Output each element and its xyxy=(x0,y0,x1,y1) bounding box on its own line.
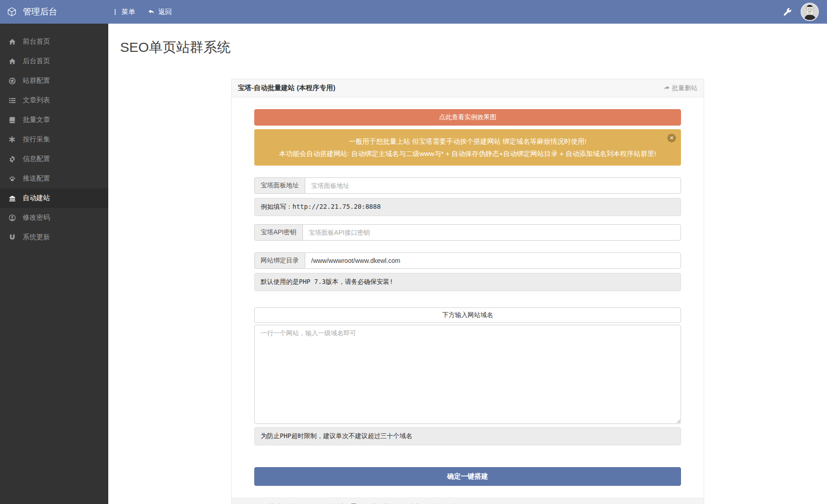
panel-footer: i若看不懂如何使用的话，请配置几次试下就懂了，或者可以选择无视此功能! xyxy=(232,498,704,504)
brand[interactable]: 管理后台 xyxy=(0,6,106,18)
share-arrow-icon xyxy=(663,85,670,91)
sidebar-item-label: 批量文章 xyxy=(23,116,50,124)
menu-dots-icon xyxy=(112,9,118,15)
sidebar-item-batch-articles[interactable]: 批量文章 xyxy=(0,110,108,130)
panel-header: 宝塔-自动批量建站 (本程序专用) 批量删站 xyxy=(232,79,704,97)
main-content: SEO单页站群系统 宝塔-自动批量建站 (本程序专用) 批量删站 点此查看实例效… xyxy=(108,24,827,504)
sidebar-item-label: 自动建站 xyxy=(23,194,50,202)
sidebar-item-label: 后台首页 xyxy=(23,57,50,66)
user-circle-icon xyxy=(8,214,16,222)
bind-dir-label: 网站绑定目录 xyxy=(254,252,305,269)
alert-line-1: 一般用于想批量上站 但宝塔需要手动挨个搭建网站 绑定域名等麻烦情况时使用! xyxy=(275,135,661,147)
example-image-button[interactable]: 点此查看实例效果图 xyxy=(254,109,681,126)
gear-icon xyxy=(8,155,16,163)
sidebar-item-label: 文章列表 xyxy=(23,96,50,105)
sidebar-item-auto-build[interactable]: 自动建站 xyxy=(0,188,108,208)
cube-icon xyxy=(7,7,17,17)
list-icon xyxy=(8,96,16,104)
api-key-row: 宝塔API密钥 xyxy=(254,224,681,241)
panel-address-label: 宝塔面板地址 xyxy=(254,177,305,194)
sidebar-item-label: 推送配置 xyxy=(23,174,50,183)
chrome-icon xyxy=(8,77,16,85)
bind-dir-input[interactable] xyxy=(305,252,681,269)
book-icon xyxy=(8,116,16,124)
sidebar-item-info-config[interactable]: 信息配置 xyxy=(0,149,108,169)
usage-alert: ✕ 一般用于想批量上站 但宝塔需要手动挨个搭建网站 绑定域名等麻烦情况时使用! … xyxy=(254,129,681,166)
sidebar-item-push-config[interactable]: 推送配置 xyxy=(0,169,108,188)
menu-button[interactable]: 菜单 xyxy=(106,0,141,24)
user-avatar[interactable] xyxy=(801,3,819,21)
api-key-input[interactable] xyxy=(303,224,681,241)
sidebar-item-label: 信息配置 xyxy=(23,155,50,163)
sidebar-item-label: 按行采集 xyxy=(23,135,50,144)
asterisk-icon xyxy=(8,136,16,143)
sidebar: 前台首页 后台首页 站群配置 文章列表 批量文章 按行采集 信息配置 推送配置 xyxy=(0,24,108,504)
content-area: SEO单页站群系统 宝塔-自动批量建站 (本程序专用) 批量删站 点此查看实例效… xyxy=(108,24,827,504)
brand-title: 管理后台 xyxy=(23,6,57,18)
sidebar-item-system-update[interactable]: 系统更新 xyxy=(0,227,108,247)
close-icon[interactable]: ✕ xyxy=(667,134,676,142)
panel-address-input[interactable] xyxy=(305,177,681,194)
reply-arrow-icon xyxy=(148,9,155,15)
home-icon xyxy=(8,38,16,45)
sidebar-item-admin-home[interactable]: 后台首页 xyxy=(0,51,108,71)
sidebar-item-article-list[interactable]: 文章列表 xyxy=(0,91,108,110)
sidebar-item-sitegroup-config[interactable]: 站群配置 xyxy=(0,71,108,91)
sidebar-item-change-password[interactable]: 修改密码 xyxy=(0,208,108,227)
navbar-right-tools xyxy=(783,3,827,21)
sidebar-item-label: 系统更新 xyxy=(23,233,50,242)
bind-dir-help: 默认使用的是PHP 7.3版本，请务必确保安装! xyxy=(254,273,681,291)
bind-dir-row: 网站绑定目录 xyxy=(254,252,681,269)
domains-help: 为防止PHP超时限制，建议单次不建议超过三十个域名 xyxy=(254,427,681,445)
panel-body: 点此查看实例效果图 ✕ 一般用于想批量上站 但宝塔需要手动挨个搭建网站 绑定域名… xyxy=(232,97,704,504)
wrench-icon[interactable] xyxy=(783,8,792,16)
paw-icon xyxy=(8,175,16,182)
domains-header: 下方输入网站域名 xyxy=(254,307,681,323)
home-icon xyxy=(8,57,16,65)
api-key-label: 宝塔API密钥 xyxy=(254,224,303,241)
sidebar-item-line-collect[interactable]: 按行采集 xyxy=(0,130,108,149)
panel-address-row: 宝塔面板地址 xyxy=(254,177,681,194)
submit-build-button[interactable]: 确定一键搭建 xyxy=(254,467,681,486)
sidebar-item-label: 前台首页 xyxy=(23,37,50,46)
alert-line-2: 本功能会自动搭建网站: 自动绑定主域名与二级www与* + 自动保存伪静态+自动… xyxy=(275,147,661,160)
panel-address-help: 例如填写：http://22.21.75.20:8888 xyxy=(254,198,681,216)
magnet-icon xyxy=(8,233,16,241)
top-navbar: 管理后台 菜单 返回 xyxy=(0,0,827,24)
batch-delete-link[interactable]: 批量删站 xyxy=(663,84,697,92)
panel-title: 宝塔-自动批量建站 (本程序专用) xyxy=(238,84,335,92)
sidebar-item-label: 站群配置 xyxy=(23,76,50,85)
bank-icon xyxy=(8,194,16,202)
domains-textarea[interactable] xyxy=(254,325,681,424)
back-button[interactable]: 返回 xyxy=(141,0,178,24)
sidebar-item-label: 修改密码 xyxy=(23,213,50,222)
page-title: SEO单页站群系统 xyxy=(120,38,827,57)
auto-build-panel: 宝塔-自动批量建站 (本程序专用) 批量删站 点此查看实例效果图 ✕ 一般用于想… xyxy=(231,79,704,504)
sidebar-item-front-home[interactable]: 前台首页 xyxy=(0,32,108,51)
